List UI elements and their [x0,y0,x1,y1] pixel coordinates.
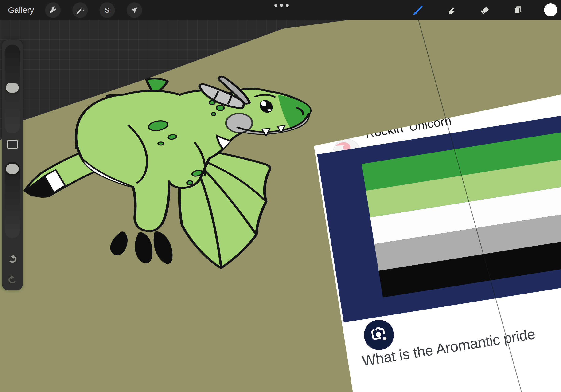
paint-brush-icon [412,4,424,16]
ellipsis-dot [280,4,283,7]
svg-text:S: S [105,6,109,14]
color-swatch-button[interactable] [544,3,557,16]
google-lens-camera-icon [369,325,389,345]
eraser-icon [479,5,490,15]
actions-button[interactable] [45,2,61,18]
procreate-app: Rockin' Unicorn What is the Aromantic pr… [0,0,561,392]
ellipsis-dot [274,4,278,7]
dragon-claws [111,232,172,263]
adjustments-button[interactable] [72,2,88,18]
redo-icon[interactable] [7,274,18,284]
modify-button[interactable] [7,140,18,149]
google-lens-button [362,318,396,352]
magic-wand-icon [76,5,85,15]
opacity-slider[interactable] [5,162,20,238]
wrench-icon [48,5,58,15]
sidebar [2,40,23,290]
transform-arrow-icon [130,5,139,15]
aromantic-flag-stripes [362,117,561,297]
eraser-button[interactable] [477,2,492,18]
paint-brush-button[interactable] [410,2,425,18]
transform-button[interactable] [127,2,142,18]
ellipsis-dot [286,4,289,7]
smudge-button[interactable] [444,2,459,18]
gallery-button[interactable]: Gallery [8,0,34,20]
more-options-button[interactable] [274,4,289,7]
layers-button[interactable] [510,2,526,18]
selection-s-icon: S [102,5,112,15]
opacity-handle[interactable] [6,164,19,174]
dragon-artwork [20,69,323,272]
brush-size-slider[interactable] [5,45,20,133]
top-toolbar: Gallery S [0,0,561,20]
undo-icon[interactable] [7,254,18,263]
selection-button[interactable]: S [99,2,115,18]
smudge-finger-icon [446,5,457,15]
layers-icon [512,5,523,15]
brush-size-handle[interactable] [6,83,19,93]
